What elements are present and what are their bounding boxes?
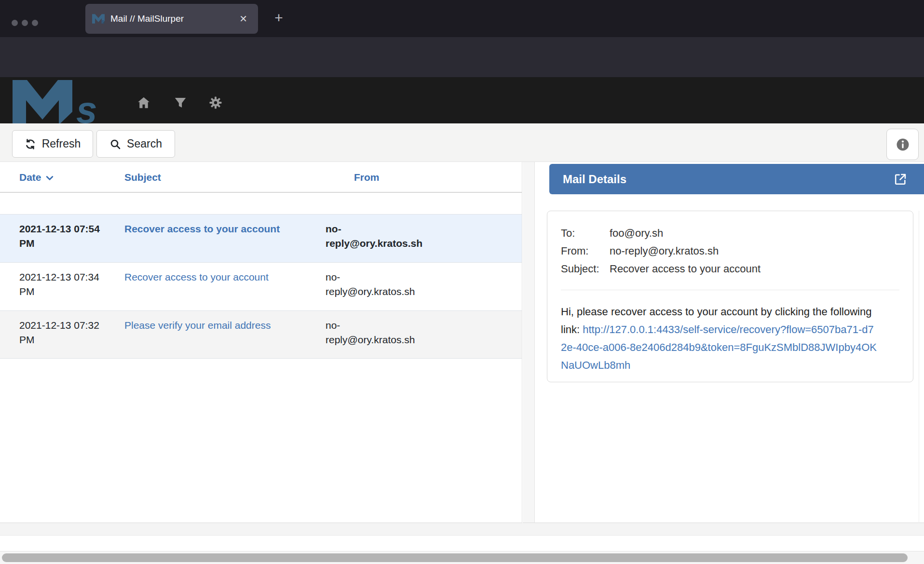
details-divider — [561, 290, 899, 290]
from-value: no-reply@ory.kratos.sh — [610, 243, 899, 258]
mail-from: no-reply@ory.kratos.sh — [326, 311, 429, 358]
info-button[interactable] — [886, 129, 919, 160]
refresh-label: Refresh — [42, 137, 81, 150]
action-toolbar: Refresh Search — [0, 123, 924, 162]
new-tab-button[interactable]: + — [268, 8, 289, 29]
window-zoom-icon[interactable] — [32, 20, 38, 26]
mail-details-card: To: foo@ory.sh From: no-reply@ory.kratos… — [547, 211, 913, 382]
mail-list-panel: Date Subject From 2021-12-13 07:54 PM Re… — [0, 162, 522, 523]
from-label: From: — [561, 243, 610, 258]
mail-meta: To: foo@ory.sh From: no-reply@ory.kratos… — [561, 226, 899, 276]
panel-divider — [523, 162, 534, 523]
mail-body: Hi, please recover access to your accoun… — [561, 303, 877, 374]
filter-icon[interactable] — [173, 95, 188, 110]
scrollbar-thumb[interactable] — [2, 553, 908, 562]
browser-titlebar: s Mail // MailSlurper ✕ + — [0, 0, 924, 37]
mail-subject-link[interactable]: Please verify your email address — [105, 311, 326, 358]
mail-details-panel: Mail Details To: foo@ory.sh From: no-rep… — [534, 162, 924, 523]
content-area: Date Subject From 2021-12-13 07:54 PM Re… — [0, 162, 924, 523]
to-label: To: — [561, 226, 610, 241]
window-minimize-icon[interactable] — [22, 20, 28, 26]
home-icon[interactable] — [136, 95, 151, 110]
mail-date: 2021-12-13 07:32 PM — [0, 311, 105, 358]
subject-value: Recover access to your account — [610, 261, 899, 276]
tab-title: Mail // MailSlurper — [110, 13, 235, 24]
mail-details-header: Mail Details — [549, 164, 924, 194]
external-link-icon[interactable] — [894, 173, 907, 186]
window-close-icon[interactable] — [12, 20, 18, 26]
mail-subject-link[interactable]: Recover access to your account — [105, 263, 326, 310]
search-label: Search — [127, 137, 162, 150]
mail-row-selected[interactable]: 2021-12-13 07:54 PM Recover access to yo… — [0, 214, 522, 262]
mail-subject-link[interactable]: Recover access to your account — [105, 215, 326, 262]
footer-band — [0, 523, 924, 536]
column-header-date[interactable]: Date — [0, 162, 105, 192]
sort-chevron-down-icon — [45, 173, 54, 183]
column-header-from[interactable]: From — [326, 162, 522, 192]
refresh-button[interactable]: Refresh — [12, 130, 93, 158]
horizontal-scrollbar[interactable] — [0, 551, 924, 564]
refresh-icon — [25, 138, 36, 150]
info-icon — [896, 137, 910, 152]
subject-label: Subject: — [561, 261, 610, 276]
svg-text:s: s — [101, 18, 104, 25]
mail-from: no-reply@ory.kratos.sh — [326, 215, 429, 262]
mailslurper-logo[interactable]: s — [13, 78, 111, 123]
footer-spacer — [0, 536, 924, 551]
tab-close-icon[interactable]: ✕ — [235, 11, 251, 27]
column-header-subject[interactable]: Subject — [105, 162, 326, 192]
mail-date: 2021-12-13 07:54 PM — [0, 215, 105, 262]
window-controls[interactable] — [12, 20, 38, 26]
mail-details-title: Mail Details — [563, 173, 894, 186]
mail-list-header: Date Subject From — [0, 162, 522, 193]
mail-date: 2021-12-13 07:34 PM — [0, 263, 105, 310]
gear-icon[interactable] — [208, 95, 223, 110]
search-button[interactable]: Search — [96, 130, 175, 158]
svg-text:s: s — [76, 89, 97, 123]
app-navbar: s — [0, 77, 924, 123]
mail-row[interactable]: 2021-12-13 07:34 PM Recover access to yo… — [0, 262, 522, 310]
mail-row[interactable]: 2021-12-13 07:32 PM Please verify your e… — [0, 310, 522, 359]
list-spacer — [0, 193, 522, 214]
search-icon — [109, 138, 121, 150]
mail-from: no-reply@ory.kratos.sh — [326, 263, 429, 310]
mailslurper-favicon-icon: s — [92, 13, 105, 25]
browser-toolbar: 127.0.0.1:4436/# 90% — [0, 37, 924, 77]
details-scroll-track — [919, 211, 919, 523]
recovery-link[interactable]: http://127.0.0.1:4433/self-service/recov… — [561, 323, 877, 371]
to-value: foo@ory.sh — [610, 226, 899, 241]
browser-tab[interactable]: s Mail // MailSlurper ✕ — [85, 4, 258, 34]
